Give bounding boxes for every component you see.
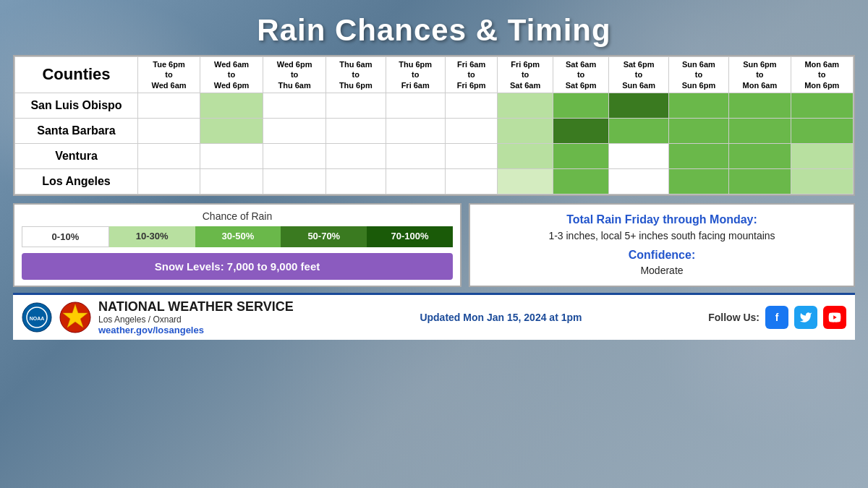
cell-slo-7 [553, 93, 608, 118]
follow-label: Follow Us: [708, 312, 760, 323]
agency-name: NATIONAL WEATHER SERVICE [98, 299, 294, 315]
table-header-row: Counties Tue 6pmtoWed 6am Wed 6amtoWed 6… [15, 57, 854, 93]
table-row: Los Angeles [15, 168, 854, 194]
legend-title: Chance of Rain [22, 210, 453, 222]
col-header-5: Fri 6amtoFri 6pm [445, 57, 498, 93]
total-rain-text: 1-3 inches, local 5+ inches south facing… [482, 230, 842, 241]
cell-la-4 [386, 168, 445, 194]
cell-sb-1 [200, 118, 263, 143]
county-sb: Santa Barbara [15, 118, 138, 143]
table-row: Ventura [15, 143, 854, 168]
total-rain-title: Total Rain Friday through Monday: [482, 213, 842, 226]
cell-ven-0 [138, 143, 200, 168]
footer-center: Updated Mon Jan 15, 2024 at 1pm [420, 312, 582, 323]
cell-la-1 [200, 168, 263, 194]
twitter-icon[interactable] [794, 306, 817, 329]
cell-slo-2 [263, 93, 326, 118]
col-header-2: Wed 6pmtoThu 6am [263, 57, 326, 93]
page-title: Rain Chances & Timing [13, 7, 855, 55]
cell-ven-1 [200, 143, 263, 168]
col-header-1: Wed 6amtoWed 6pm [200, 57, 263, 93]
main-content: Rain Chances & Timing Counties Tue 6pmto… [0, 0, 868, 347]
rain-table-container: Counties Tue 6pmtoWed 6am Wed 6amtoWed 6… [13, 55, 855, 196]
cell-ven-9 [668, 143, 728, 168]
confidence-title: Confidence: [482, 249, 842, 262]
cell-ven-7 [553, 143, 608, 168]
svg-text:NOAA: NOAA [30, 316, 45, 321]
col-header-4: Thu 6pmtoFri 6am [386, 57, 445, 93]
cell-la-8 [609, 168, 668, 194]
legend-70-100: 70-100% [367, 226, 453, 247]
cell-slo-6 [498, 93, 553, 118]
cell-slo-11 [791, 93, 853, 118]
updated-text: Updated Mon Jan 15, 2024 at 1pm [420, 312, 582, 323]
cell-sb-5 [445, 118, 498, 143]
cell-sb-4 [386, 118, 445, 143]
col-header-8: Sat 6pmtoSun 6am [609, 57, 668, 93]
cell-sb-0 [138, 118, 200, 143]
cell-ven-11 [791, 143, 853, 168]
facebook-icon[interactable]: f [765, 306, 788, 329]
agency-url: weather.gov/losangeles [98, 325, 294, 335]
col-header-11: Mon 6amtoMon 6pm [791, 57, 853, 93]
table-row: San Luis Obispo [15, 93, 854, 118]
cell-sb-10 [729, 118, 791, 143]
cell-slo-3 [326, 93, 386, 118]
youtube-icon[interactable] [823, 306, 846, 329]
col-header-3: Thu 6amtoThu 6pm [326, 57, 386, 93]
cell-la-11 [791, 168, 853, 194]
cell-la-3 [326, 168, 386, 194]
cell-sb-3 [326, 118, 386, 143]
cell-slo-5 [445, 93, 498, 118]
cell-slo-8 [609, 93, 668, 118]
cell-la-0 [138, 168, 200, 194]
rain-table: Counties Tue 6pmtoWed 6am Wed 6amtoWed 6… [14, 56, 854, 194]
bottom-section: Chance of Rain 0-10% 10-30% 30-50% 50-70… [13, 203, 855, 287]
cell-ven-6 [498, 143, 553, 168]
cell-la-10 [729, 168, 791, 194]
county-ventura: Ventura [15, 143, 138, 168]
noaa-logo-icon: NOAA [22, 302, 52, 333]
col-header-0: Tue 6pmtoWed 6am [138, 57, 200, 93]
agency-info: NATIONAL WEATHER SERVICE Los Angeles / O… [98, 299, 294, 336]
cell-ven-2 [263, 143, 326, 168]
county-slo: San Luis Obispo [15, 93, 138, 118]
info-box: Total Rain Friday through Monday: 1-3 in… [469, 203, 855, 287]
cell-ven-3 [326, 143, 386, 168]
cell-sb-8 [609, 118, 668, 143]
footer: NOAA NATIONAL WEATHER SERVICE Los Angele… [13, 293, 855, 341]
legend-0-10: 0-10% [22, 226, 109, 247]
table-row: Santa Barbara [15, 118, 854, 143]
county-column-header: Counties [15, 57, 138, 93]
cell-sb-9 [668, 118, 728, 143]
footer-left: NOAA NATIONAL WEATHER SERVICE Los Angele… [22, 299, 294, 336]
legend-bars: 0-10% 10-30% 30-50% 50-70% 70-100% [22, 226, 453, 247]
cell-la-2 [263, 168, 326, 194]
cell-sb-11 [791, 118, 853, 143]
cell-slo-9 [668, 93, 728, 118]
cell-sb-2 [263, 118, 326, 143]
agency-location: Los Angeles / Oxnard [98, 314, 294, 325]
col-header-7: Sat 6amtoSat 6pm [553, 57, 608, 93]
legend-30-50: 30-50% [195, 226, 281, 247]
nws-logo-icon [59, 301, 91, 333]
legend-50-70: 50-70% [281, 226, 367, 247]
cell-slo-0 [138, 93, 200, 118]
col-header-9: Sun 6amtoSun 6pm [668, 57, 728, 93]
cell-sb-7 [553, 118, 608, 143]
col-header-6: Fri 6pmtoSat 6am [498, 57, 553, 93]
cell-ven-5 [445, 143, 498, 168]
legend-10-30: 10-30% [109, 226, 195, 247]
county-la: Los Angeles [15, 168, 138, 194]
cell-ven-10 [729, 143, 791, 168]
footer-right: Follow Us: f [708, 306, 846, 329]
cell-la-6 [498, 168, 553, 194]
cell-la-7 [553, 168, 608, 194]
cell-la-9 [668, 168, 728, 194]
legend-box: Chance of Rain 0-10% 10-30% 30-50% 50-70… [13, 203, 461, 287]
cell-slo-10 [729, 93, 791, 118]
confidence-text: Moderate [482, 265, 842, 276]
cell-slo-1 [200, 93, 263, 118]
cell-la-5 [445, 168, 498, 194]
cell-ven-8 [609, 143, 668, 168]
